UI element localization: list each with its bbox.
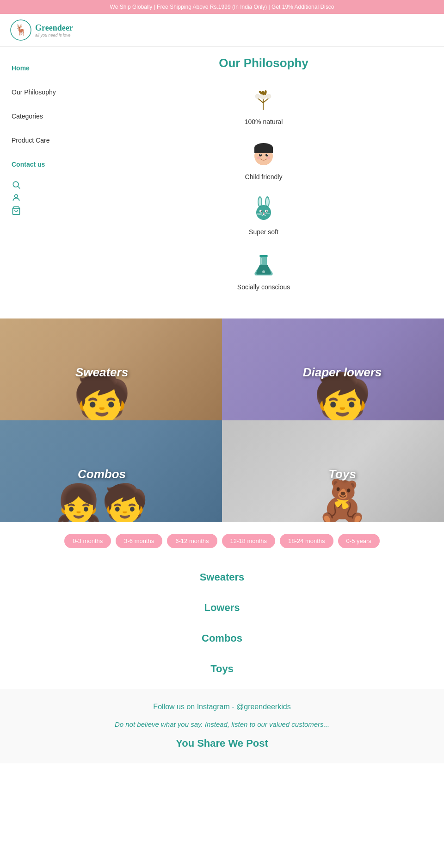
philosophy-item-child: Child friendly	[245, 139, 283, 181]
svg-point-33	[263, 212, 265, 214]
customer-note: Do not believe what you say. Instead, li…	[18, 720, 426, 728]
instagram-text: Follow us on Instagram - @greendeerkids	[18, 703, 426, 711]
svg-point-21	[267, 154, 268, 155]
svg-rect-17	[254, 148, 273, 153]
svg-point-10	[255, 94, 260, 99]
philosophy-items: 100% natural	[102, 84, 426, 291]
age-filters: 0-3 months 3-6 months 6-12 months 12-18 …	[0, 522, 444, 557]
age-pill-18-24[interactable]: 18-24 months	[280, 534, 333, 548]
user-icon[interactable]	[12, 193, 21, 202]
svg-point-40	[262, 270, 265, 273]
svg-point-20	[260, 154, 261, 155]
category-link-lowers[interactable]: Lowers	[0, 593, 444, 623]
svg-point-31	[261, 210, 262, 212]
natural-label: 100% natural	[245, 118, 283, 125]
announcement-bar: We Ship Globally | Free Shipping Above R…	[0, 0, 444, 14]
header: 🦌 Greendeer all you need is love	[0, 14, 444, 47]
sidebar-item-categories[interactable]: Categories	[12, 104, 72, 128]
svg-point-26	[259, 198, 261, 206]
categories-grid: 🧒 Sweaters 🧒 Diaper lowers 👧🧒 Combos 🧸 T…	[0, 318, 444, 522]
age-pill-3-6[interactable]: 3-6 months	[116, 534, 162, 548]
svg-point-18	[259, 154, 262, 156]
sidebar-item-home[interactable]: Home	[12, 56, 72, 80]
age-pill-12-18[interactable]: 12-18 months	[222, 534, 276, 548]
sidebar-item-contact[interactable]: Contact us	[12, 152, 72, 176]
category-combos[interactable]: 👧🧒 Combos	[0, 420, 222, 522]
category-toys[interactable]: 🧸 Toys	[222, 420, 444, 522]
philosophy-item-conscious: Socially conscious	[237, 250, 290, 291]
sidebar-item-product-care[interactable]: Product Care	[12, 128, 72, 152]
child-face-icon	[249, 139, 279, 169]
philosophy-title: Our Philosophy	[102, 56, 426, 70]
svg-point-32	[266, 210, 268, 212]
philosophy-item-soft: Super soft	[249, 194, 279, 236]
age-pill-6-12[interactable]: 6-12 months	[167, 534, 217, 548]
age-pill-0-3[interactable]: 0-3 months	[64, 534, 111, 548]
logo[interactable]: 🦌 Greendeer all you need is love	[9, 19, 73, 42]
category-link-sweaters[interactable]: Sweaters	[0, 562, 444, 593]
cart-icon[interactable]	[12, 206, 21, 215]
conscious-label: Socially conscious	[237, 283, 290, 291]
category-link-toys[interactable]: Toys	[0, 654, 444, 684]
category-sweaters[interactable]: 🧒 Sweaters	[0, 318, 222, 420]
philosophy-item-natural: 100% natural	[245, 84, 283, 125]
sidebar: Home Our Philosophy Categories Product C…	[0, 47, 83, 318]
main-layout: Home Our Philosophy Categories Product C…	[0, 47, 444, 318]
category-diaper[interactable]: 🧒 Diaper lowers	[222, 318, 444, 420]
combos-label: Combos	[78, 467, 126, 481]
diaper-label: Diaper lowers	[303, 365, 382, 380]
svg-rect-39	[259, 255, 268, 257]
logo-icon: 🦌	[9, 19, 32, 42]
brand-tagline: all you need is love	[35, 33, 73, 37]
soft-label: Super soft	[249, 228, 278, 236]
svg-line-3	[18, 187, 20, 189]
svg-text:🦌: 🦌	[15, 24, 28, 36]
you-share-title: You Share We Post	[18, 737, 426, 749]
sidebar-item-philosophy[interactable]: Our Philosophy	[12, 80, 72, 104]
flask-icon	[248, 250, 278, 280]
search-icon[interactable]	[12, 180, 21, 189]
announcement-text: We Ship Globally | Free Shipping Above R…	[110, 4, 334, 10]
svg-point-11	[266, 94, 271, 99]
svg-point-19	[265, 154, 268, 156]
toys-label: Toys	[328, 467, 356, 481]
svg-point-2	[13, 181, 18, 187]
main-content: Our Philosophy	[83, 47, 444, 318]
child-label: Child friendly	[245, 173, 283, 181]
footer-section: Follow us on Instagram - @greendeerkids …	[0, 689, 444, 763]
svg-point-22	[257, 156, 260, 159]
age-pill-0-5[interactable]: 0-5 years	[338, 534, 380, 548]
category-link-combos[interactable]: Combos	[0, 623, 444, 654]
brand-name: Greendeer	[35, 23, 73, 33]
cotton-icon	[248, 84, 278, 114]
svg-point-27	[266, 198, 269, 206]
svg-point-4	[15, 194, 18, 198]
bunny-icon	[249, 194, 279, 225]
svg-point-23	[267, 156, 270, 159]
sweaters-label: Sweaters	[75, 365, 128, 380]
category-links: Sweaters Lowers Combos Toys	[0, 557, 444, 689]
sidebar-icons	[12, 176, 72, 215]
